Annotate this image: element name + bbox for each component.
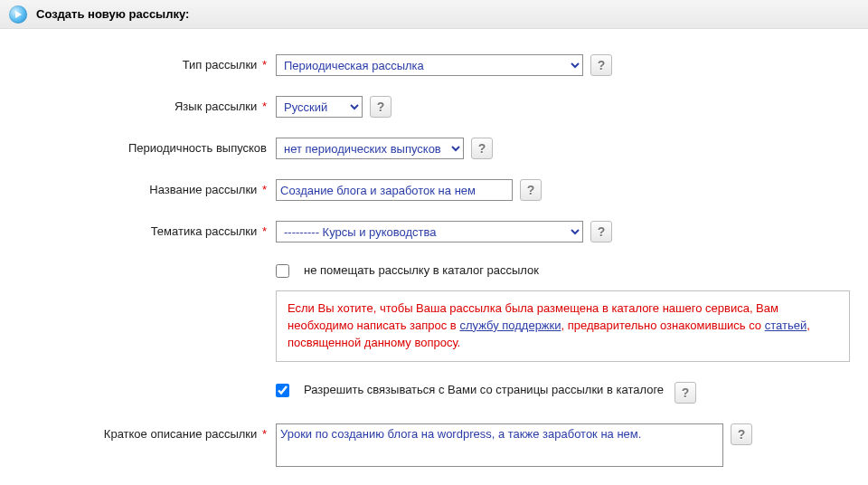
label-period: Периодичность выпусков [9, 138, 276, 155]
label-type: Тип рассылки * [9, 54, 276, 71]
svg-marker-0 [15, 11, 22, 18]
label-name: Название рассылки * [9, 179, 276, 196]
select-periodicity[interactable]: нет периодических выпусков [276, 138, 464, 159]
help-icon[interactable]: ? [370, 96, 392, 118]
help-icon[interactable]: ? [471, 138, 493, 159]
checkbox-no-catalog[interactable] [276, 264, 289, 278]
help-icon[interactable]: ? [731, 423, 752, 445]
required-mark: * [259, 224, 267, 238]
help-icon[interactable]: ? [675, 382, 696, 404]
label-lang: Язык рассылки * [9, 96, 276, 113]
checkbox-allow-contact[interactable] [276, 384, 289, 397]
label-allow-contact: Разрешить связываться с Вами со страницы… [304, 382, 664, 396]
label-topic: Тематика рассылки * [9, 221, 276, 238]
link-support[interactable]: службу поддержки [459, 319, 561, 332]
required-mark: * [259, 183, 267, 196]
select-mailing-type[interactable]: Периодическая рассылка [276, 54, 583, 76]
textarea-short-desc[interactable]: Уроки по созданию блога на wordpress, а … [276, 423, 723, 467]
select-mailing-lang[interactable]: Русский [276, 96, 363, 118]
page-header: Создать новую рассылку: [0, 0, 868, 29]
required-mark: * [259, 100, 267, 113]
input-mailing-name[interactable] [276, 179, 513, 201]
required-mark: * [259, 427, 267, 441]
help-icon[interactable]: ? [590, 54, 612, 76]
play-circle-icon [9, 5, 27, 24]
help-icon[interactable]: ? [590, 221, 612, 242]
page-title: Создать новую рассылку: [36, 7, 189, 21]
label-short-desc: Краткое описание рассылки * [9, 423, 276, 441]
select-topic[interactable]: --------- Курсы и руководства [276, 221, 583, 242]
link-article[interactable]: статьей [765, 319, 807, 332]
catalog-notice: Если Вы хотите, чтобы Ваша рассылка была… [276, 290, 850, 362]
mailing-form: Тип рассылки * Периодическая рассылка ? … [0, 29, 868, 476]
label-no-catalog: не помещать рассылку в каталог рассылок [304, 262, 539, 277]
required-mark: * [259, 58, 267, 71]
help-icon[interactable]: ? [520, 179, 542, 201]
